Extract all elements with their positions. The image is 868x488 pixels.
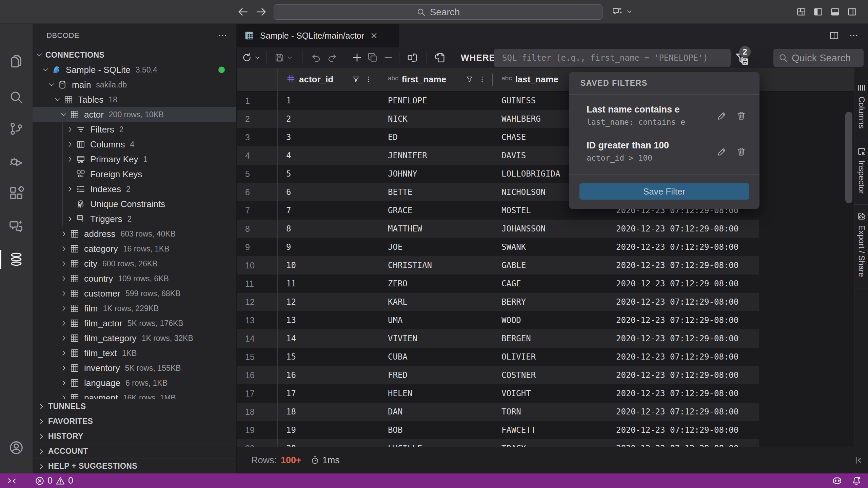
cell-last_update[interactable]: 2020-12-23 07:12:29-08:00 — [607, 311, 759, 329]
tree-item-payment[interactable]: payment16K rows, 1MB — [33, 390, 236, 399]
table-row[interactable]: 1818DANTORN2020-12-23 07:12:29-08:00 — [237, 403, 759, 421]
add-row-icon[interactable] — [351, 52, 363, 63]
cell-first_name[interactable]: VIVIEN — [379, 329, 493, 348]
export-data-icon[interactable] — [434, 52, 446, 63]
cell-last_name[interactable]: TORN — [493, 403, 607, 421]
sidebar-section-tunnels[interactable]: TUNNELS — [33, 399, 236, 414]
column-menu-icon[interactable] — [478, 76, 486, 83]
cell-last_update[interactable]: 2020-12-23 07:12:29-08:00 — [607, 348, 759, 366]
cell-actor_id[interactable]: 2 — [277, 110, 379, 128]
column-filter-icon[interactable] — [352, 75, 360, 83]
cell-first_name[interactable]: LUCILLE — [379, 439, 493, 447]
edit-filter-icon[interactable] — [717, 110, 727, 121]
cell-actor_id[interactable]: 16 — [277, 366, 379, 384]
tree-item-unique-constraints[interactable]: Unique Constraints — [33, 197, 236, 211]
cell-first_name[interactable]: BETTE — [379, 183, 493, 201]
cell-last_name[interactable]: BERGEN — [493, 329, 607, 348]
cell-actor_id[interactable]: 8 — [277, 220, 379, 238]
cell-first_name[interactable]: JENNIFER — [379, 146, 493, 165]
cell-last_update[interactable]: 2020-12-23 07:12:29-08:00 — [607, 220, 759, 238]
saved-filters-button[interactable]: 2 — [733, 51, 752, 66]
tree-item-foreign-keys[interactable]: Foreign Keys — [33, 167, 236, 182]
cell-first_name[interactable]: DAN — [379, 403, 493, 421]
delete-filter-icon[interactable] — [736, 110, 746, 121]
sql-filter-input[interactable] — [494, 49, 731, 67]
cell-actor_id[interactable]: 14 — [277, 329, 379, 348]
cell-first_name[interactable]: CHRISTIAN — [379, 256, 493, 274]
table-row[interactable]: 1616FREDCOSTNER2020-12-23 07:12:29-08:00 — [237, 366, 759, 384]
tree-item-country[interactable]: country109 rows, 6KB — [33, 271, 236, 286]
cell-actor_id[interactable]: 5 — [277, 165, 379, 183]
tab-sample-sqlite-main-actor[interactable]: Sample - SQLite/main/actor — [237, 24, 399, 47]
activity-item-extensions[interactable] — [0, 181, 33, 205]
cell-actor_id[interactable]: 19 — [277, 421, 379, 439]
cell-last_update[interactable]: 2020-12-23 07:12:29-08:00 — [607, 439, 759, 447]
save-dropdown-chevron-icon[interactable] — [286, 54, 294, 61]
tree-item-connections[interactable]: CONNECTIONS — [33, 47, 236, 62]
column-header-actor_id[interactable]: actor_id — [277, 68, 379, 91]
tree-item-category[interactable]: category16 rows, 1KB — [33, 241, 236, 256]
cell-first_name[interactable]: UMA — [379, 311, 493, 329]
cell-last_update[interactable]: 2020-12-23 07:12:29-08:00 — [607, 293, 759, 311]
cell-last_update[interactable]: 2020-12-23 07:12:29-08:00 — [607, 329, 759, 348]
sidebar-section-help-suggestions[interactable]: HELP + SUGGESTIONS — [33, 459, 236, 473]
activity-item-chat[interactable] — [0, 214, 33, 238]
tree-item-city[interactable]: city600 rows, 26KB — [33, 256, 236, 271]
quick-search-box[interactable] — [773, 49, 864, 67]
nav-forward-icon[interactable] — [255, 5, 268, 18]
cell-first_name[interactable]: CUBA — [379, 348, 493, 366]
cell-actor_id[interactable]: 7 — [277, 201, 379, 220]
cell-actor_id[interactable]: 4 — [277, 146, 379, 165]
cell-last_update[interactable]: 2020-12-23 07:12:29-08:00 — [607, 403, 759, 421]
tree-item-inventory[interactable]: inventory5K rows, 155KB — [33, 361, 236, 375]
table-row[interactable]: 1010CHRISTIANGABLE2020-12-23 07:12:29-08… — [237, 256, 759, 274]
activity-item-database[interactable] — [0, 247, 33, 271]
notifications-button[interactable] — [847, 473, 868, 488]
refresh-dropdown-chevron-icon[interactable] — [254, 54, 261, 61]
tree-item-sample-sqlite[interactable]: Sample - SQLite3.50.4 — [33, 62, 236, 77]
tree-item-columns[interactable]: Columns4 — [33, 137, 236, 152]
quick-search-input[interactable] — [792, 53, 860, 64]
cell-first_name[interactable]: GRACE — [379, 201, 493, 220]
edit-filter-icon[interactable] — [717, 146, 727, 157]
copilot-menu-button[interactable] — [612, 6, 633, 17]
table-row[interactable]: 2020LUCILLETRACY2020-12-23 07:12:29-08:0… — [237, 439, 759, 447]
cell-last_update[interactable]: 2020-12-23 07:12:29-08:00 — [607, 366, 759, 384]
refresh-icon[interactable] — [241, 52, 252, 63]
tree-item-tables[interactable]: Tables18 — [33, 92, 236, 107]
cell-actor_id[interactable]: 20 — [277, 439, 379, 447]
activity-item-source-control[interactable] — [0, 117, 33, 141]
cell-last_name[interactable]: OLIVIER — [493, 348, 607, 366]
delete-filter-icon[interactable] — [736, 146, 746, 157]
remote-indicator[interactable] — [0, 473, 21, 488]
cell-first_name[interactable]: BOB — [379, 421, 493, 439]
toggle-secondary-sidebar-icon[interactable] — [847, 7, 857, 17]
table-row[interactable]: 1717HELENVOIGHT2020-12-23 07:12:29-08:00 — [237, 384, 759, 403]
tree-item-film[interactable]: film1K rows, 229KB — [33, 301, 236, 316]
cell-first_name[interactable]: NICK — [379, 110, 493, 128]
collapse-panel-icon[interactable] — [853, 455, 864, 465]
rail-tab-inspector[interactable]: Inspector — [854, 140, 868, 205]
cell-last_update[interactable]: 2020-12-23 07:12:29-08:00 — [607, 238, 759, 256]
table-row[interactable]: 1515CUBAOLIVIER2020-12-23 07:12:29-08:00 — [237, 348, 759, 366]
cell-last_name[interactable]: GABLE — [493, 256, 607, 274]
activity-item-account[interactable] — [0, 436, 33, 460]
cell-last_name[interactable]: SWANK — [493, 238, 607, 256]
column-filter-icon[interactable] — [466, 75, 474, 83]
cell-last_name[interactable]: CAGE — [493, 274, 607, 293]
table-row[interactable]: 99JOESWANK2020-12-23 07:12:29-08:00 — [237, 238, 759, 256]
sidebar-section-favorites[interactable]: FAVORITES — [33, 414, 236, 429]
cell-last_name[interactable]: TRACY — [493, 439, 607, 447]
problems-indicator[interactable]: 0 0 — [31, 473, 77, 488]
customize-layout-icon[interactable] — [796, 7, 806, 17]
vertical-scrollbar[interactable] — [845, 112, 852, 203]
cell-last_update[interactable]: 2020-12-23 07:12:29-08:00 — [607, 256, 759, 274]
cell-first_name[interactable]: ZERO — [379, 274, 493, 293]
editor-more-actions-icon[interactable] — [849, 30, 859, 41]
redo-icon[interactable] — [326, 52, 338, 63]
tree-item-actor[interactable]: actor200 rows, 10KB — [33, 107, 236, 122]
tree-item-indexes[interactable]: Indexes2 — [33, 182, 236, 197]
duplicate-row-icon[interactable] — [367, 52, 378, 63]
undo-icon[interactable] — [311, 52, 322, 63]
cell-first_name[interactable]: MATTHEW — [379, 220, 493, 238]
